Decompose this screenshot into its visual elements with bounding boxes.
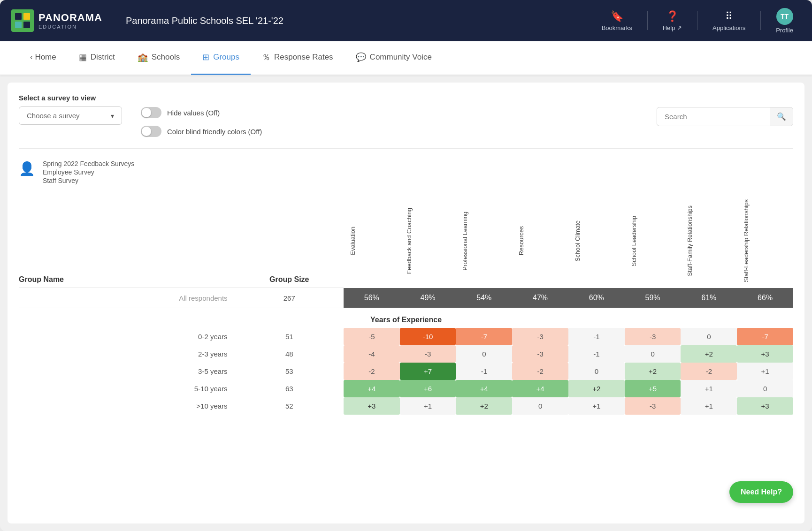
all-respondents-v0: 56% xyxy=(344,288,400,308)
section-header-label: Years of Experience xyxy=(19,308,793,328)
svg-rect-2 xyxy=(15,22,22,28)
row-label: 0-2 years xyxy=(19,328,235,345)
survey-line-3: Staff Survey xyxy=(43,177,134,184)
cell-value: -3 xyxy=(512,345,568,363)
logo: PANORAMA EDUCATION xyxy=(11,9,102,32)
col-header-school-leadership: School Leadership xyxy=(625,194,681,288)
nav-schools[interactable]: 🏫 Schools xyxy=(126,41,191,75)
survey-info: 👤 Spring 2022 Feedback Surveys Employee … xyxy=(19,160,793,184)
cell-value: -3 xyxy=(512,328,568,345)
applications-button[interactable]: ⠿ Applications xyxy=(705,7,753,35)
cell-value: +2 xyxy=(625,363,681,380)
section-header-row: Years of Experience xyxy=(19,308,793,328)
cell-value: -4 xyxy=(344,345,400,363)
cell-value: -1 xyxy=(568,345,625,363)
cell-value: -2 xyxy=(681,363,737,380)
help-label: Help ↗ xyxy=(663,24,682,31)
all-respondents-v7: 66% xyxy=(737,288,793,308)
cell-value: +2 xyxy=(456,397,512,415)
table-header-row: Group Name Group Size Evaluation Feedbac… xyxy=(19,194,793,288)
cell-value: -7 xyxy=(456,328,512,345)
bookmarks-label: Bookmarks xyxy=(602,24,632,31)
toggle-knob-2 xyxy=(142,127,151,136)
nav-home-label: ‹ Home xyxy=(30,53,56,62)
search-box: 🔍 xyxy=(657,94,793,126)
col-header-evaluation: Evaluation xyxy=(344,194,400,288)
person-icon: 👤 xyxy=(19,161,35,176)
chevron-down-icon: ▾ xyxy=(111,112,114,120)
cell-value: +3 xyxy=(737,397,793,415)
search-input[interactable] xyxy=(657,108,770,125)
survey-info-text: Spring 2022 Feedback Surveys Employee Su… xyxy=(43,160,134,184)
controls-row: Select a survey to view Choose a survey … xyxy=(19,94,793,149)
cell-value: -3 xyxy=(625,397,681,415)
survey-dropdown-text: Choose a survey xyxy=(27,112,107,120)
app-header: PANORAMA EDUCATION Panorama Public Schoo… xyxy=(0,0,812,41)
cell-value: 0 xyxy=(737,380,793,397)
table-row: 3-5 years53-2+7-1-20+2-2+1 xyxy=(19,363,793,380)
col-header-resources: Resources xyxy=(512,194,568,288)
cell-value: 0 xyxy=(512,397,568,415)
cell-value: +4 xyxy=(456,380,512,397)
survey-line-2: Employee Survey xyxy=(43,168,134,176)
applications-label: Applications xyxy=(712,24,745,31)
help-button[interactable]: ❓ Help ↗ xyxy=(655,7,689,35)
row-label: >10 years xyxy=(19,397,235,415)
logo-icon xyxy=(11,9,34,32)
cell-value: +5 xyxy=(625,380,681,397)
table-row: 5-10 years63+4+6+4+4+2+5+10 xyxy=(19,380,793,397)
cell-value: -7 xyxy=(737,328,793,345)
need-help-button[interactable]: Need Help? xyxy=(729,481,793,503)
community-voice-icon: 💬 xyxy=(356,52,366,62)
col-header-staff-leadership: Staff-Leadership Relationships xyxy=(737,194,793,288)
row-size: 52 xyxy=(235,397,344,415)
all-respondents-label: All respondents xyxy=(19,288,235,308)
search-input-wrap: 🔍 xyxy=(657,107,793,126)
cell-value: +3 xyxy=(344,397,400,415)
all-respondents-row: All respondents 267 56% 49% 54% 47% 60% … xyxy=(19,288,793,308)
groups-icon: ⊞ xyxy=(202,52,209,62)
col-header-group-size: Group Size xyxy=(235,194,344,288)
cell-value: -10 xyxy=(400,328,456,345)
nav-schools-label: Schools xyxy=(152,53,180,62)
header-separator xyxy=(647,11,648,30)
district-icon: ▦ xyxy=(79,52,87,62)
nav-district[interactable]: ▦ District xyxy=(68,41,126,75)
color-blind-toggle[interactable] xyxy=(141,126,161,137)
nav-response-rates[interactable]: ％ Response Rates xyxy=(251,41,345,75)
survey-dropdown[interactable]: Choose a survey ▾ xyxy=(19,106,122,125)
row-size: 63 xyxy=(235,380,344,397)
cell-value: 0 xyxy=(568,363,625,380)
nav-home[interactable]: ‹ Home xyxy=(19,41,68,75)
table-row: >10 years52+3+1+20+1-3+1+3 xyxy=(19,397,793,415)
cell-value: +7 xyxy=(400,363,456,380)
nav-community-voice[interactable]: 💬 Community Voice xyxy=(345,41,443,75)
col-header-feedback: Feedback and Coaching xyxy=(400,194,456,288)
header-title: Panorama Public Schools SEL '21-'22 xyxy=(126,15,585,26)
row-label: 5-10 years xyxy=(19,380,235,397)
bookmarks-icon: 🔖 xyxy=(611,10,623,23)
color-blind-label: Color blind friendly colors (Off) xyxy=(167,128,262,136)
survey-line-1: Spring 2022 Feedback Surveys xyxy=(43,160,134,167)
svg-rect-3 xyxy=(23,22,30,28)
col-header-school-climate: School Climate xyxy=(568,194,625,288)
cell-value: +1 xyxy=(737,363,793,380)
all-respondents-size: 267 xyxy=(235,288,344,308)
hide-values-toggle[interactable] xyxy=(141,107,161,118)
cell-value: -5 xyxy=(344,328,400,345)
toggle-knob xyxy=(142,108,151,117)
profile-button[interactable]: TT Profile xyxy=(768,4,801,38)
hide-values-toggle-row: Hide values (Off) xyxy=(141,107,262,118)
svg-rect-0 xyxy=(15,13,22,20)
survey-selector: Select a survey to view Choose a survey … xyxy=(19,94,122,125)
row-size: 48 xyxy=(235,345,344,363)
search-button[interactable]: 🔍 xyxy=(770,107,793,126)
bookmarks-button[interactable]: 🔖 Bookmarks xyxy=(594,7,640,35)
survey-selector-label: Select a survey to view xyxy=(19,94,122,102)
col-header-staff-family: Staff-Family Relationships xyxy=(681,194,737,288)
cell-value: -3 xyxy=(625,328,681,345)
cell-value: -3 xyxy=(400,345,456,363)
col-header-professional: Professional Learning xyxy=(456,194,512,288)
data-table: Group Name Group Size Evaluation Feedbac… xyxy=(19,194,793,415)
nav-groups[interactable]: ⊞ Groups xyxy=(191,41,251,75)
